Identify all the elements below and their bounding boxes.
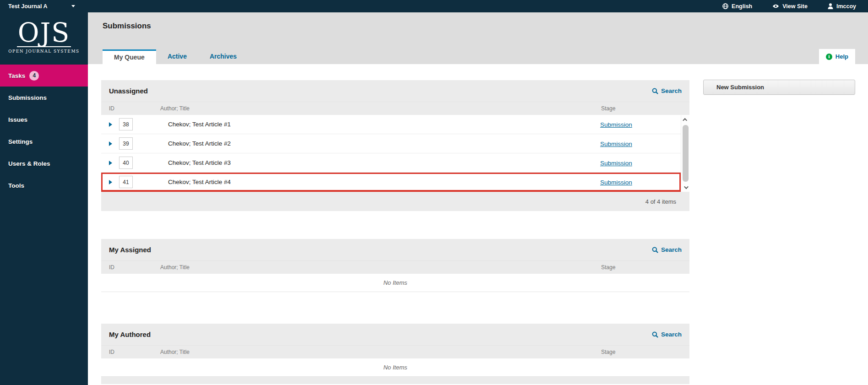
stage-cell: Submission: [600, 120, 681, 129]
row-id: 39: [119, 137, 133, 150]
unassigned-search-button[interactable]: Search: [652, 87, 682, 94]
view-site-link[interactable]: View Site: [772, 3, 808, 10]
sidebar-item-settings[interactable]: Settings: [0, 130, 88, 152]
expand-cell: [101, 161, 119, 165]
column-header-id: ID: [101, 349, 160, 355]
no-items-label: No Items: [383, 364, 407, 371]
sidebar-item-issues[interactable]: Issues: [0, 108, 88, 130]
my-authored-column-headers: ID Author; Title Stage: [101, 345, 689, 358]
row-title: Chekov; Test Article #1: [168, 121, 600, 128]
id-cell: 40: [119, 157, 168, 169]
scroll-up-button[interactable]: [681, 115, 689, 124]
column-header-id: ID: [101, 264, 160, 271]
language-label: English: [732, 3, 752, 10]
search-icon: [652, 331, 658, 338]
unassigned-column-headers: ID Author; Title Stage: [101, 102, 689, 115]
table-row: 41 Chekov; Test Article #4 Submission: [101, 173, 681, 192]
row-title: Chekov; Test Article #4: [168, 179, 600, 185]
my-assigned-panel: My Assigned Search ID Author; Title Stag…: [101, 239, 689, 292]
column-header-stage: Stage: [601, 264, 689, 271]
sidebar-item-label: Users & Roles: [8, 160, 50, 167]
id-cell: 41: [119, 176, 168, 188]
my-authored-empty-row: No Items: [101, 358, 689, 377]
eye-icon: [772, 4, 779, 9]
my-authored-search-button[interactable]: Search: [652, 331, 682, 338]
search-label: Search: [661, 246, 682, 253]
row-title: Chekov; Test Article #3: [168, 159, 600, 166]
my-assigned-empty-row: No Items: [101, 274, 689, 292]
id-cell: 38: [119, 118, 168, 130]
sidebar-item-label: Settings: [8, 138, 33, 145]
page-header: Submissions My Queue Active Archives i H…: [88, 12, 868, 64]
sidebar-item-tasks[interactable]: Tasks 4: [0, 65, 88, 87]
help-button[interactable]: i Help: [819, 49, 855, 64]
stage-link[interactable]: Submission: [600, 141, 632, 147]
sidebar-item-users-roles[interactable]: Users & Roles: [0, 152, 88, 174]
ojs-logo-subtitle: OPEN JOURNAL SYSTEMS: [0, 49, 88, 54]
sidebar-item-label: Issues: [8, 116, 27, 123]
row-id: 41: [119, 176, 133, 188]
help-label: Help: [835, 53, 848, 60]
stage-link[interactable]: Submission: [600, 179, 632, 186]
search-label: Search: [661, 331, 682, 338]
column-header-author-title: Author; Title: [160, 264, 601, 271]
unassigned-panel-header: Unassigned Search: [101, 80, 689, 102]
journal-selector[interactable]: Test Journal A: [0, 0, 79, 12]
search-label: Search: [661, 87, 682, 94]
triangle-right-icon[interactable]: [109, 180, 112, 184]
chevron-down-icon: [684, 184, 688, 189]
user-menu[interactable]: lmccoy: [828, 3, 856, 10]
ojs-logo: OJS OPEN JOURNAL SYSTEMS: [0, 12, 88, 65]
triangle-right-icon[interactable]: [109, 161, 112, 165]
table-row: 38 Chekov; Test Article #1 Submission: [101, 115, 681, 134]
my-authored-panel: My Authored Search ID Author; Title Stag…: [101, 324, 689, 384]
unassigned-footer: 4 of 4 items: [101, 192, 689, 211]
main-area: Submissions My Queue Active Archives i H…: [88, 12, 868, 385]
scrollbar[interactable]: [681, 115, 689, 192]
search-icon: [652, 88, 658, 94]
triangle-right-icon[interactable]: [109, 122, 112, 127]
journal-name: Test Journal A: [8, 3, 47, 10]
scrollbar-thumb[interactable]: [683, 125, 689, 182]
search-icon: [652, 247, 658, 253]
view-site-label: View Site: [782, 3, 808, 10]
stage-link[interactable]: Submission: [600, 121, 632, 128]
id-cell: 39: [119, 137, 168, 150]
unassigned-panel: Unassigned Search ID Author; Title Stage: [101, 80, 689, 211]
my-assigned-column-headers: ID Author; Title Stage: [101, 260, 689, 274]
table-row: 39 Chekov; Test Article #2 Submission: [101, 134, 681, 153]
tab-active[interactable]: Active: [156, 49, 198, 64]
no-items-label: No Items: [383, 279, 407, 286]
triangle-right-icon[interactable]: [109, 141, 112, 146]
stage-cell: Submission: [600, 159, 681, 167]
tasks-count-badge: 4: [29, 71, 39, 81]
scroll-down-button[interactable]: [681, 183, 689, 192]
panel-title: My Authored: [109, 331, 151, 338]
tab-my-queue[interactable]: My Queue: [103, 49, 156, 64]
page-title: Submissions: [103, 22, 151, 31]
user-label: lmccoy: [836, 3, 856, 10]
expand-cell: [101, 180, 119, 184]
row-id: 38: [119, 118, 133, 130]
sidebar-item-submissions[interactable]: Submissions: [0, 87, 88, 108]
stage-cell: Submission: [600, 178, 681, 186]
expand-cell: [101, 141, 119, 146]
info-icon: i: [826, 54, 832, 60]
tab-bar: My Queue Active Archives: [103, 49, 248, 64]
stage-link[interactable]: Submission: [600, 160, 632, 167]
sidebar-item-tools[interactable]: Tools: [0, 174, 88, 196]
user-icon: [828, 3, 833, 9]
language-menu[interactable]: English: [722, 3, 752, 10]
globe-icon: [722, 3, 728, 9]
chevron-down-icon: [71, 5, 75, 7]
tab-content: Unassigned Search ID Author; Title Stage: [88, 64, 868, 385]
items-count: 4 of 4 items: [646, 198, 676, 205]
my-authored-footer: [101, 377, 689, 384]
tab-archives[interactable]: Archives: [198, 49, 248, 64]
column-header-stage: Stage: [601, 349, 689, 355]
panel-title: My Assigned: [109, 246, 151, 254]
my-assigned-search-button[interactable]: Search: [652, 246, 682, 253]
column-header-id: ID: [101, 105, 160, 112]
sidebar: OJS OPEN JOURNAL SYSTEMS Tasks 4 Submiss…: [0, 12, 88, 385]
new-submission-button[interactable]: New Submission: [703, 80, 855, 95]
